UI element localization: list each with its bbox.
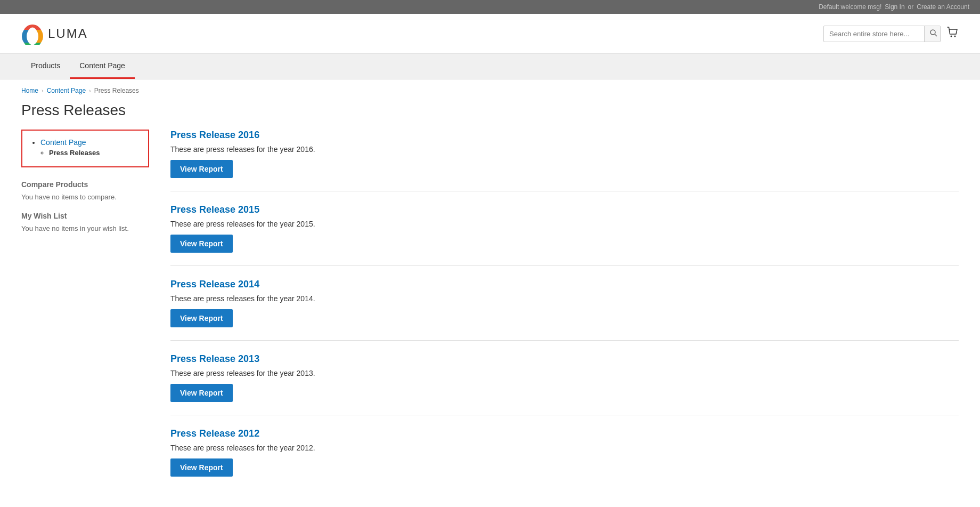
search-icon <box>930 29 937 37</box>
sidebar-nav: Content Page Press Releases <box>21 130 149 167</box>
luma-logo-icon <box>21 22 44 45</box>
press-release-description: These are press releases for the year 20… <box>170 145 959 154</box>
press-release-title[interactable]: Press Release 2016 <box>170 130 959 141</box>
press-release-item: Press Release 2013These are press releas… <box>170 353 959 415</box>
wishlist-empty: You have no items in your wish list. <box>21 224 149 232</box>
main-content: Content Page Press Releases Compare Prod… <box>0 130 980 507</box>
top-bar: Default welcome msg! Sign In or Create a… <box>0 0 980 14</box>
header-right <box>823 26 959 42</box>
search-button[interactable] <box>924 26 941 42</box>
sidebar-press-releases-item: Press Releases <box>49 149 140 157</box>
svg-point-0 <box>930 30 935 35</box>
search-input[interactable] <box>824 27 924 41</box>
logo-area: LUMA <box>21 22 88 45</box>
svg-point-3 <box>954 35 956 37</box>
svg-line-1 <box>935 34 937 36</box>
sidebar: Content Page Press Releases Compare Prod… <box>21 130 149 502</box>
nav-item-content-page[interactable]: Content Page <box>70 54 135 79</box>
create-account-link[interactable]: Create an Account <box>917 3 969 11</box>
view-report-button[interactable]: View Report <box>170 458 233 477</box>
press-release-item: Press Release 2015These are press releas… <box>170 204 959 266</box>
signin-link[interactable]: Sign In <box>885 3 904 11</box>
compare-products-empty: You have no items to compare. <box>21 193 149 201</box>
view-report-button[interactable]: View Report <box>170 384 233 402</box>
breadcrumb: Home › Content Page › Press Releases <box>0 79 980 102</box>
header: LUMA <box>0 14 980 54</box>
wishlist-section: My Wish List You have no items in your w… <box>21 212 149 232</box>
breadcrumb-content-page[interactable]: Content Page <box>47 87 86 94</box>
press-release-description: These are press releases for the year 20… <box>170 294 959 303</box>
press-release-title[interactable]: Press Release 2013 <box>170 353 959 365</box>
compare-products-section: Compare Products You have no items to co… <box>21 180 149 201</box>
press-release-description: These are press releases for the year 20… <box>170 369 959 377</box>
view-report-button[interactable]: View Report <box>170 160 233 178</box>
search-box <box>823 26 941 42</box>
press-release-title[interactable]: Press Release 2014 <box>170 279 959 290</box>
press-release-description: These are press releases for the year 20… <box>170 444 959 452</box>
press-release-title[interactable]: Press Release 2015 <box>170 204 959 215</box>
navigation: ProductsContent Page <box>0 54 980 79</box>
compare-products-title: Compare Products <box>21 180 149 189</box>
breadcrumb-separator-2: › <box>89 87 91 94</box>
press-release-item: Press Release 2012These are press releas… <box>170 428 959 489</box>
logo-text: LUMA <box>48 26 88 41</box>
view-report-button[interactable]: View Report <box>170 235 233 253</box>
wishlist-title: My Wish List <box>21 212 149 220</box>
cart-icon[interactable] <box>947 27 959 41</box>
breadcrumb-current: Press Releases <box>94 87 139 94</box>
press-release-item: Press Release 2016These are press releas… <box>170 130 959 191</box>
sidebar-content-page-link[interactable]: Content Page <box>40 138 86 147</box>
breadcrumb-separator-1: › <box>42 87 44 94</box>
view-report-button[interactable]: View Report <box>170 309 233 327</box>
content-area: Press Release 2016These are press releas… <box>170 130 959 502</box>
sidebar-press-releases-label: Press Releases <box>49 149 100 157</box>
press-release-title[interactable]: Press Release 2012 <box>170 428 959 439</box>
welcome-message: Default welcome msg! <box>819 3 881 11</box>
breadcrumb-home[interactable]: Home <box>21 87 38 94</box>
svg-point-2 <box>951 35 952 37</box>
press-release-description: These are press releases for the year 20… <box>170 220 959 228</box>
or-text: or <box>908 3 914 11</box>
press-release-item: Press Release 2014These are press releas… <box>170 279 959 341</box>
page-title: Press Releases <box>0 102 980 130</box>
nav-item-products[interactable]: Products <box>21 54 70 77</box>
